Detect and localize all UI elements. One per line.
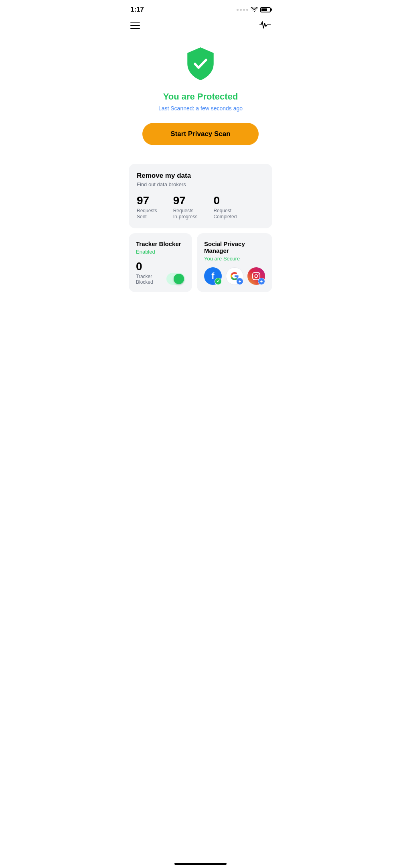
remove-data-card: Remove my data Find out data brokers 97 … (129, 164, 272, 228)
signal-icon (237, 9, 248, 11)
stats-row: 97 RequestsSent 97 RequestsIn-progress 0… (137, 195, 264, 220)
svg-point-1 (255, 274, 257, 277)
stat-requests-inprogress: 97 RequestsIn-progress (173, 195, 198, 220)
stat-requests-completed: 0 RequestCompleted (213, 195, 237, 220)
google-badge: + (236, 278, 243, 285)
social-icons-row: f ✓ + (204, 267, 265, 285)
status-bar: 1:17 (122, 0, 279, 17)
tracker-content: 0 Tracker Blocked (136, 260, 185, 285)
social-privacy-title: Social Privacy Manager (204, 240, 265, 254)
status-icons (237, 7, 271, 12)
stat-number-sent: 97 (137, 195, 157, 207)
tracker-blocker-card: Tracker Blocker Enabled 0 Tracker Blocke… (129, 233, 192, 292)
stat-label-sent: RequestsSent (137, 208, 157, 220)
stat-label-inprogress: RequestsIn-progress (173, 208, 198, 220)
status-time: 1:17 (130, 6, 144, 14)
instagram-icon-wrap[interactable]: + (247, 267, 265, 285)
social-privacy-card: Social Privacy Manager You are Secure f … (197, 233, 272, 292)
scan-button[interactable]: Start Privacy Scan (142, 123, 259, 145)
shield-icon (182, 46, 219, 82)
tracker-label: Tracker Blocked (136, 274, 166, 285)
facebook-icon-wrap[interactable]: f ✓ (204, 267, 222, 285)
hero-section: You are Protected Last Scanned: a few se… (122, 38, 279, 157)
toggle-knob (174, 274, 184, 284)
last-scanned: Last Scanned: a few seconds ago (158, 105, 243, 112)
top-nav (122, 17, 279, 38)
tracker-stat: 0 Tracker Blocked (136, 260, 166, 285)
svg-point-2 (258, 274, 259, 274)
cards-section: Remove my data Find out data brokers 97 … (122, 157, 279, 304)
bottom-cards: Tracker Blocker Enabled 0 Tracker Blocke… (129, 233, 272, 292)
tracker-blocker-title: Tracker Blocker (136, 240, 185, 247)
stat-label-completed: RequestCompleted (213, 208, 237, 220)
google-icon-wrap[interactable]: + (226, 267, 243, 285)
social-privacy-status: You are Secure (204, 256, 265, 262)
remove-data-title: Remove my data (137, 172, 264, 180)
wifi-icon (251, 7, 258, 12)
stat-number-inprogress: 97 (173, 195, 198, 207)
tracker-toggle[interactable] (166, 273, 185, 285)
instagram-badge: + (258, 278, 265, 285)
battery-icon (260, 7, 271, 12)
stat-number-completed: 0 (213, 195, 237, 207)
pulse-icon[interactable] (259, 20, 271, 31)
stat-requests-sent: 97 RequestsSent (137, 195, 157, 220)
menu-button[interactable] (130, 22, 140, 29)
tracker-blocker-status: Enabled (136, 249, 185, 255)
facebook-badge: ✓ (215, 278, 222, 285)
protection-title: You are Protected (163, 91, 238, 102)
remove-data-subtitle: Find out data brokers (137, 181, 264, 187)
shield-container (182, 46, 219, 83)
tracker-count: 0 (136, 260, 166, 273)
